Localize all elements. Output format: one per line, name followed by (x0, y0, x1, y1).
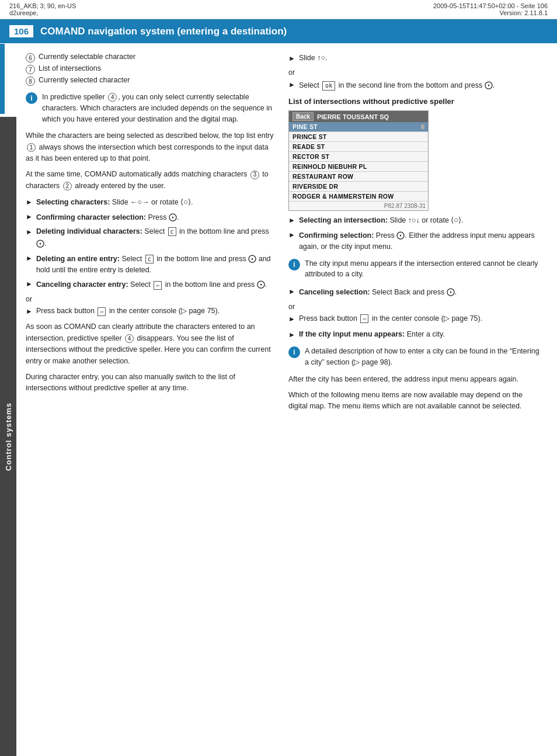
screenshot-caption: P82.87 2308-31 (289, 202, 428, 210)
slide-list: ► Slide ↑○. (288, 53, 539, 64)
info-text-1: In predictive speller 4, you can only se… (42, 92, 277, 124)
slide-item: ► Slide ↑○. (288, 53, 539, 64)
arrow-item-deleting-individual-text: Deleting individual characters: Select c… (36, 226, 277, 249)
left-column: 6 Currently selectable character 7 List … (26, 53, 277, 417)
sidebar-label-area: Control systems (0, 117, 16, 756)
sidebar-label-text: Control systems (4, 403, 13, 471)
screenshot-rows: PINE ST PRINCE ST READE ST RECTOR ST REI… (289, 122, 428, 202)
list-item-8: 8 Currently selected character (26, 76, 277, 86)
if-city-item: ► If the city input menu appears: Enter … (288, 329, 539, 340)
screenshot-row-6: RIVERSIDE DR (289, 182, 428, 192)
meta-bar: 216_AKB; 3; 90, en-US d2ureepe, 2009-05-… (0, 0, 557, 19)
list-item-6-text: Currently selectable character (39, 53, 135, 61)
select-ok-text: Select ok in the second line from the bo… (299, 79, 495, 91)
arrow-icon-r5: ► (288, 286, 295, 297)
press-back-text-2: Press back button ⇦ in the center consol… (299, 313, 482, 324)
info-box-2: i The city input menu appears if the int… (288, 258, 539, 280)
arrow-item-canceling-char: ► Canceling character entry: Select ⇦ in… (26, 278, 277, 290)
arrow-item-deleting-entry-text: Deleting an entire entry: Select c in th… (36, 252, 277, 276)
arrow-item-confirming-char: ► Confirming character selection: Press … (26, 211, 277, 223)
list-item-7-text: List of intersections (39, 64, 101, 72)
confirming-selection-text: Confirming selection: Press ⨀. Either th… (299, 229, 539, 252)
cancel-selection-text: Canceling selection: Select Back and pre… (299, 286, 457, 298)
if-city-text: If the city input menu appears: Enter a … (299, 329, 445, 340)
press-back-list-2: ► Press back button ⇦ in the center cons… (288, 313, 539, 324)
arrow-icon-2: ► (26, 211, 33, 222)
left-accent-bar (0, 44, 5, 114)
arrow-item-deleting-individual: ► Deleting individual characters: Select… (26, 226, 277, 249)
body-text-2: At the same time, COMAND automatically a… (26, 169, 277, 192)
body-text-3: As soon as COMAND can clearly attribute … (26, 321, 277, 367)
meta-right: 2009-05-15T11:47:50+02:00 - Seite 106 Ve… (433, 2, 548, 16)
chapter-title: COMAND navigation system (entering a des… (40, 26, 287, 37)
arrow-icon-5: ► (26, 279, 33, 289)
arrow-item-confirming-char-text: Confirming character selection: Press ⨀. (36, 211, 179, 223)
slide-text: Slide ↑○. (299, 53, 328, 64)
arrow-icon-r1: ► (288, 53, 295, 64)
right-column: ► Slide ↑○. or ► Select ok in the second… (288, 53, 539, 417)
press-back-item: ► Press back button ⇦ in the center cons… (26, 306, 277, 317)
arrow-item-selecting-intersection: ► Selecting an intersection: Slide ↑○↓ o… (288, 214, 539, 226)
if-city-list: ► If the city input menu appears: Enter … (288, 329, 539, 340)
c-box-2: c (145, 255, 154, 263)
screenshot-row-3: RECTOR ST (289, 152, 428, 162)
arrow-icon-r3: ► (288, 215, 295, 226)
info-text-2: The city input menu appears if the inter… (305, 258, 539, 280)
num-8: 8 (26, 77, 35, 86)
screenshot-row-selected: PINE ST (289, 122, 428, 132)
info-text-3: A detailed description of how to enter a… (305, 346, 539, 368)
arrow-item-canceling-char-text: Canceling character entry: Select ⇦ in t… (36, 278, 267, 290)
arrow-item-selecting-chars: ► Selecting characters: Slide ←○→ or rot… (26, 196, 277, 208)
body-text-5: After the city has been entered, the add… (288, 374, 539, 385)
body-text-1: While the characters are being selected … (26, 130, 277, 164)
or-text-1: or (26, 295, 277, 303)
arrow-icon-3: ► (26, 227, 33, 237)
section-heading-intersections: List of intersections without predictive… (288, 97, 539, 106)
screenshot-row-4: REINHOLD NIEBUHR PL (289, 162, 428, 172)
cancel-selection-item: ► Canceling selection: Select Back and p… (288, 286, 539, 298)
c-box-1: c (168, 227, 176, 236)
arrow-item-confirming-selection: ► Confirming selection: Press ⨀. Either … (288, 229, 539, 252)
info-icon-1: i (26, 92, 37, 104)
arrow-icon-r7: ► (288, 330, 295, 340)
arrow-list-right: ► Selecting an intersection: Slide ↑○↓ o… (288, 214, 539, 252)
arrow-icon-1: ► (26, 197, 33, 207)
cancel-selection-list: ► Canceling selection: Select Back and p… (288, 286, 539, 298)
arrow-item-deleting-entry: ► Deleting an entire entry: Select c in … (26, 252, 277, 276)
press-back-list: ► Press back button ⇦ in the center cons… (26, 306, 277, 317)
arrow-icon-r2: ► (288, 79, 295, 90)
selecting-intersection-text: Selecting an intersection: Slide ↑○↓ or … (299, 214, 464, 226)
arrow-icon-r6: ► (288, 314, 295, 324)
num-7: 7 (26, 65, 35, 74)
chapter-header: 106 COMAND navigation system (entering a… (0, 19, 557, 43)
info-icon-3: i (288, 346, 300, 358)
or-text-right-2: or (288, 303, 539, 311)
chapter-number: 106 (9, 25, 33, 37)
body-text-4: During character entry, you can also man… (26, 372, 277, 394)
arrow-icon-4: ► (26, 253, 33, 263)
main-content: 6 Currently selectable character 7 List … (0, 43, 557, 429)
arrow-icon-r4: ► (288, 230, 295, 240)
back-box-3: ⇦ (360, 314, 368, 323)
screenshot-row-1: PRINCE ST (289, 132, 428, 142)
screenshot-row-5: RESTAURANT ROW (289, 172, 428, 182)
press-back-text: Press back button ⇦ in the center consol… (36, 306, 220, 317)
meta-left: 216_AKB; 3; 90, en-US d2ureepe, (9, 2, 76, 16)
bullet-list: 6 Currently selectable character 7 List … (26, 53, 277, 86)
screenshot-row-2: READE ST (289, 142, 428, 152)
ok-box: ok (322, 81, 335, 91)
info-icon-2: i (288, 259, 300, 271)
screenshot-back-button: Back (293, 112, 314, 121)
num-6: 6 (26, 53, 35, 63)
arrow-item-selecting-chars-text: Selecting characters: Slide ←○→ or rotat… (36, 196, 193, 208)
scrollbar (421, 124, 424, 129)
arrow-list-left: ► Selecting characters: Slide ←○→ or rot… (26, 196, 277, 290)
list-item-6: 6 Currently selectable character (26, 53, 277, 63)
screenshot-row-7: RODGER & HAMMERSTEIN ROW (289, 192, 428, 202)
select-ok-list: ► Select ok in the second line from the … (288, 79, 539, 91)
or-text-right: or (288, 68, 539, 77)
list-item-8-text: Currently selected character (39, 76, 130, 84)
select-ok-item: ► Select ok in the second line from the … (288, 79, 539, 91)
back-box-1: ⇦ (154, 281, 162, 290)
screenshot-box: Back PIERRE TOUSSANT SQ PINE ST PRINCE S… (288, 110, 429, 211)
